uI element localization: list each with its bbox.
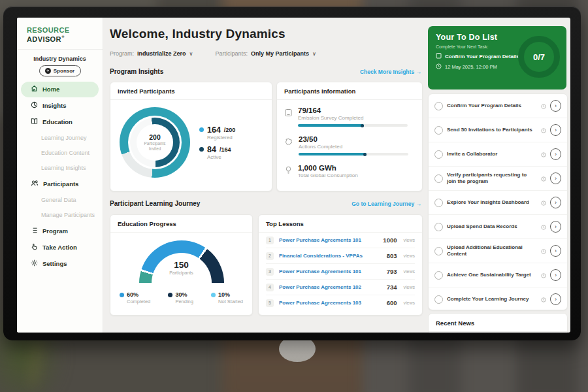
task-label[interactable]: Complete Your Learning Journey [447,296,537,302]
clock-icon [436,63,442,71]
task-row: Confirm Your Program Details › [429,94,567,118]
org-name: Industry Dynamics [17,56,103,62]
task-row: Verify participants requesting to join t… [429,167,567,191]
task-checkbox[interactable] [434,247,443,255]
sidebar-item-settings[interactable]: Settings [21,256,99,272]
active-total: /164 [220,146,231,153]
task-label[interactable]: Upload Additional Educational Content [447,244,537,258]
legend-label: Registered [207,135,235,140]
sidebar-item-program[interactable]: Program [21,223,99,239]
stat-value: 1,000 GWh [298,164,358,172]
views-suffix: views [403,253,415,258]
stat-actions: 23/50 Actions Completed [285,135,414,155]
lesson-link[interactable]: Power Purchase Agreements 102 [279,284,382,290]
todo-next-task[interactable]: Confirm Your Program Details [436,52,522,60]
chevron-right-icon: › [555,151,557,157]
task-open-button[interactable]: › [550,269,561,281]
lesson-link[interactable]: Power Purchase Agreements 103 [279,300,382,306]
lesson-rank: 3 [266,268,274,276]
legend-dot-completed [120,293,124,297]
sidebar-item-home[interactable]: Home [21,82,99,97]
task-open-button[interactable]: › [550,148,561,160]
education-progress-card: Education Progress 150 Participants 60% … [110,214,253,316]
hand-cursor-icon [31,243,38,252]
lesson-rank: 2 [266,252,274,260]
pie-chart-icon [31,101,38,110]
participants-filter[interactable]: Participants: Only My Participants ∨ [215,50,316,57]
lesson-link[interactable]: Power Purchase Agreements 101 [279,269,382,274]
sidebar-item-insights[interactable]: Insights [21,98,99,114]
task-checkbox[interactable] [434,102,443,110]
task-open-button[interactable]: › [550,100,561,112]
task-checkbox[interactable] [434,271,443,280]
task-row: Complete Your Learning Journey › [429,287,567,310]
sidebar-item-take-action[interactable]: Take Action [21,240,99,255]
participants-information-card: Participants Information 79/164 Emission… [276,82,423,191]
task-label[interactable]: Achieve One Sustainability Target [447,272,537,278]
check-more-insights-link[interactable]: Check More Insights → [360,69,421,75]
task-open-button[interactable]: › [550,172,561,184]
sidebar-item-label: Program [42,227,68,235]
task-label[interactable]: Explore Your Insights Dashboard [447,199,537,206]
task-label[interactable]: Upload Spend Data Records [447,223,537,230]
donut-center: 200 Participants Invited [137,124,173,161]
clock-icon [541,197,546,208]
task-label[interactable]: Send 50 Invitations to Participants [447,127,537,133]
todo-due-date: 12 May 2025, 12:00 PM [436,63,522,71]
sidebar-item-learning-insights[interactable]: Learning Insights [17,161,103,176]
recent-news-card: Recent News [428,313,568,333]
go-to-learning-journey-link[interactable]: Go to Learning Journey → [351,201,421,207]
sidebar-item-education-content[interactable]: Education Content [17,146,103,161]
app-logo[interactable]: RESOURCE ADVISOR+ [17,18,103,50]
sidebar-item-general-data[interactable]: General Data [17,193,103,208]
task-label[interactable]: Verify participants requesting to join t… [447,172,537,186]
lesson-views: 803 [387,252,397,259]
todo-next-task-label: Confirm Your Program Details [445,54,519,59]
card-title: Invited Participants [110,82,272,100]
sidebar-item-participants[interactable]: Participants [21,176,99,192]
monitor-frame: RESOURCE ADVISOR+ Industry Dynamics Spon… [3,7,581,340]
legend-dot-registered [199,127,204,132]
task-open-button[interactable]: › [550,293,561,305]
lesson-link[interactable]: Financial Considerations - VPPAs [279,253,382,259]
task-checkbox[interactable] [434,295,443,304]
lesson-link[interactable]: Power Purchase Agreements 101 [279,237,378,243]
sidebar-item-learning-journey[interactable]: Learning Journey [17,131,103,146]
legend-registered: 164/200 Registered [199,125,235,140]
task-checkbox[interactable] [434,150,443,159]
task-checkbox[interactable] [434,199,443,207]
views-suffix: views [403,238,415,242]
clock-icon [541,293,546,305]
lesson-views: 600 [387,299,397,306]
stat-emission-survey: 79/164 Emission Survey Completed [285,106,414,127]
task-open-button[interactable]: › [550,245,561,257]
sidebar-item-education[interactable]: Education [21,114,99,130]
chevron-right-icon: › [555,296,557,302]
task-label[interactable]: Invite a Collaborator [447,151,537,157]
task-checkbox[interactable] [434,174,443,183]
stat-label: Total Global Consumption [298,172,358,178]
info-stats: 79/164 Emission Survey Completed 23/50 A… [277,100,422,193]
task-label[interactable]: Confirm Your Program Details [447,103,537,109]
clock-icon [541,148,546,160]
task-open-button[interactable]: › [550,197,561,208]
task-checkbox[interactable] [434,223,443,231]
sponsor-badge[interactable]: Sponsor [39,65,81,76]
sidebar-item-label: Learning Insights [41,165,86,171]
active-count: 84 [207,145,216,154]
sidebar-item-label: Home [42,86,59,93]
legend-pct: 10% [218,291,230,298]
gauge-center: 150 Participants [139,260,224,275]
task-checkbox[interactable] [434,126,443,135]
program-filter[interactable]: Program: Industrialize Zero ∨ [110,50,193,57]
sidebar-item-manage-participants[interactable]: Manage Participants [17,208,103,223]
lesson-row: 2 Financial Considerations - VPPAs 803 v… [266,248,415,264]
gauge-center-value: 150 [139,260,224,270]
task-open-button[interactable]: › [550,124,561,136]
sidebar-item-label: Manage Participants [41,212,95,218]
invited-donut-chart: 200 Participants Invited [120,107,190,178]
stat-value: 23/50 [299,135,408,143]
task-open-button[interactable]: › [550,221,561,233]
legend-label: Pending [175,299,193,304]
donut-center-value: 200 [149,133,161,141]
